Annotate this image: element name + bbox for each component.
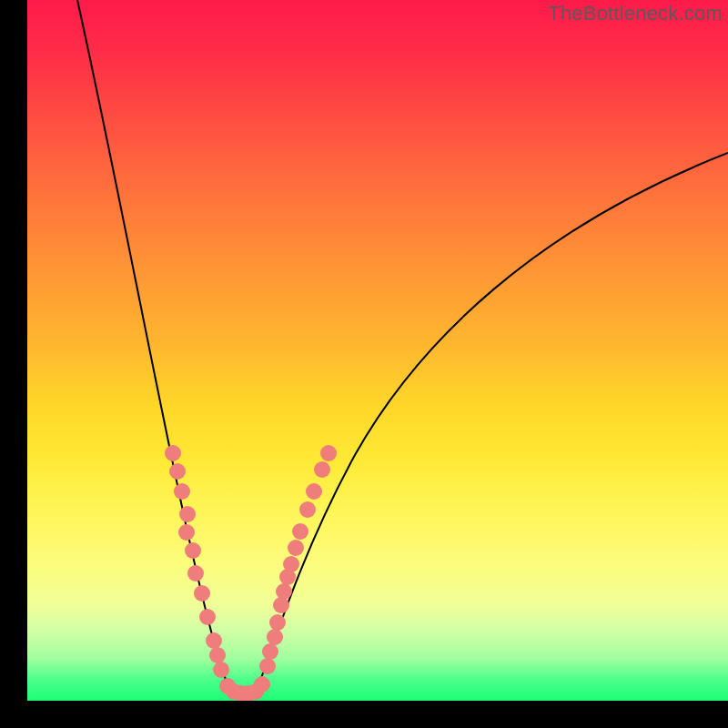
dot-left	[185, 542, 201, 559]
dot-left	[194, 585, 210, 602]
curve-right	[255, 153, 728, 696]
dot-right	[314, 461, 330, 478]
dot-left	[199, 609, 216, 625]
dot-right	[259, 658, 276, 674]
dot-right	[288, 540, 304, 556]
plot-area: TheBottleneck.com	[27, 0, 728, 701]
dot-group	[165, 445, 337, 701]
chart-frame: TheBottleneck.com	[0, 0, 728, 728]
dot-right	[276, 583, 292, 600]
dot-left	[209, 647, 226, 663]
dot-right	[269, 614, 286, 631]
dot-right	[306, 483, 322, 500]
dot-right	[267, 629, 283, 645]
dot-right	[262, 643, 278, 660]
dot-right	[273, 597, 289, 613]
dot-right	[292, 523, 308, 540]
dot-left	[174, 483, 190, 500]
dot-right	[320, 445, 337, 461]
dot-left	[165, 445, 181, 461]
dot-left	[179, 506, 196, 522]
curve-layer	[27, 0, 728, 701]
dot-right	[283, 556, 299, 572]
dot-left	[178, 524, 195, 541]
dot-left	[187, 565, 204, 581]
dot-bottom	[254, 676, 270, 693]
watermark-text: TheBottleneck.com	[548, 2, 723, 25]
dot-left	[169, 463, 186, 480]
dot-left	[206, 632, 222, 649]
dot-left	[213, 662, 229, 678]
dot-right	[299, 501, 316, 518]
